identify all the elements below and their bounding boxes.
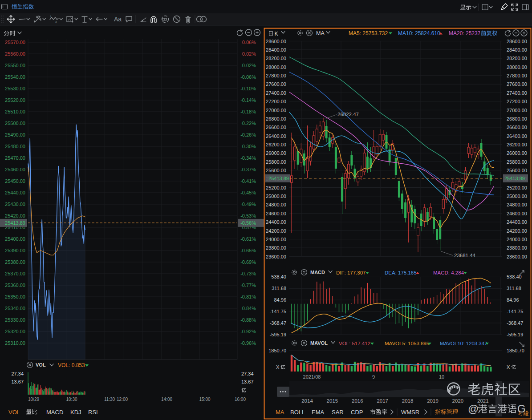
svg-text:24000.00: 24000.00 <box>266 237 286 242</box>
svg-text:25000.00: 25000.00 <box>266 194 286 199</box>
svg-text:26822.47: 26822.47 <box>337 112 359 117</box>
svg-text:-368.47: -368.47 <box>507 320 523 326</box>
svg-text:25490.00: 25490.00 <box>5 132 25 137</box>
svg-text:25000.00: 25000.00 <box>507 194 527 199</box>
svg-text:-0.49%: -0.49% <box>240 202 256 207</box>
svg-text:VOL: VOL <box>8 409 20 416</box>
svg-text:311.68: 311.68 <box>507 286 521 291</box>
svg-text:25390.00: 25390.00 <box>5 248 25 253</box>
svg-text:-0.96%: -0.96% <box>240 340 256 346</box>
svg-text:14:00: 14:00 <box>161 397 172 402</box>
svg-text:27.34: 27.34 <box>11 371 24 376</box>
svg-text:25800.00: 25800.00 <box>266 159 286 165</box>
svg-text:24400.00: 24400.00 <box>507 219 527 225</box>
svg-text:MAVOL5: 1053.895: MAVOL5: 1053.895 <box>385 341 429 346</box>
svg-text:-0.69%: -0.69% <box>240 259 256 265</box>
svg-text:-0.37%: -0.37% <box>240 167 256 172</box>
svg-text:26600.00: 26600.00 <box>507 125 527 130</box>
svg-text:25510.00: 25510.00 <box>5 109 25 114</box>
svg-text:-0.22%: -0.22% <box>240 121 256 126</box>
svg-text:25480.00: 25480.00 <box>5 144 25 149</box>
svg-text:23800.00: 23800.00 <box>266 245 286 250</box>
svg-text:-0.02%: -0.02% <box>240 63 256 68</box>
svg-text:28400.00: 28400.00 <box>266 47 286 52</box>
svg-text:25350.00: 25350.00 <box>5 294 25 299</box>
svg-text:27.34: 27.34 <box>241 371 254 376</box>
svg-text:25360.00: 25360.00 <box>5 283 25 288</box>
svg-text:-141.75: -141.75 <box>270 309 286 314</box>
svg-text:-0.53%: -0.53% <box>240 213 256 218</box>
svg-text:-595.19: -595.19 <box>270 332 286 337</box>
svg-text:2021: 2021 <box>477 398 489 404</box>
svg-text:538.40: 538.40 <box>507 274 522 279</box>
svg-text:-0.26%: -0.26% <box>240 132 256 137</box>
svg-text:2019: 2019 <box>427 398 439 404</box>
svg-text:-0.61%: -0.61% <box>240 236 256 242</box>
svg-text:26200.00: 26200.00 <box>507 142 527 147</box>
svg-text:28000.00: 28000.00 <box>507 65 527 70</box>
svg-text:-0.30%: -0.30% <box>240 144 256 149</box>
svg-text:-0.45%: -0.45% <box>240 190 256 195</box>
svg-text:28000.00: 28000.00 <box>266 65 286 70</box>
svg-text:25440.00: 25440.00 <box>5 190 25 195</box>
svg-text:25600.00: 25600.00 <box>507 168 527 173</box>
svg-text:26400.00: 26400.00 <box>507 133 527 139</box>
svg-text:X: X <box>276 364 280 370</box>
svg-text:-368.47: -368.47 <box>270 320 286 326</box>
svg-text:-0.10%: -0.10% <box>240 86 256 91</box>
svg-text:24200.00: 24200.00 <box>266 228 286 234</box>
svg-text:25400.00: 25400.00 <box>5 236 25 242</box>
svg-text:23800.00: 23800.00 <box>507 245 527 250</box>
svg-text:25520.00: 25520.00 <box>5 97 25 103</box>
svg-text:23600.00: 23600.00 <box>266 254 286 259</box>
svg-text:1850.70: 1850.70 <box>507 348 524 353</box>
svg-text:15:00: 15:00 <box>199 397 211 402</box>
svg-text:25420.00: 25420.00 <box>5 213 25 218</box>
svg-text:EMA: EMA <box>312 409 325 416</box>
svg-text:SAR: SAR <box>332 409 344 416</box>
svg-text:BOLL: BOLL <box>290 409 305 416</box>
svg-text:26000.00: 26000.00 <box>507 150 527 156</box>
svg-text:27600.00: 27600.00 <box>266 81 286 87</box>
svg-text:X: X <box>507 364 510 370</box>
svg-text:26600.00: 26600.00 <box>266 125 286 130</box>
svg-text:28400.00: 28400.00 <box>507 47 527 52</box>
svg-text:25560.00: 25560.00 <box>5 51 25 57</box>
svg-text:-0.77%: -0.77% <box>240 283 256 288</box>
svg-text:-0.56%: -0.56% <box>240 220 256 226</box>
svg-text:84.96: 84.96 <box>274 297 286 303</box>
svg-text:25310.00: 25310.00 <box>5 340 25 346</box>
svg-text:-0.41%: -0.41% <box>240 178 256 184</box>
svg-text:0.02%: 0.02% <box>242 51 256 57</box>
svg-text:24600.00: 24600.00 <box>507 211 527 216</box>
svg-text:28600.00: 28600.00 <box>266 39 286 44</box>
svg-text:1850.70: 1850.70 <box>268 348 286 353</box>
svg-text:25450.00: 25450.00 <box>5 178 25 184</box>
svg-text:2017: 2017 <box>377 398 388 404</box>
svg-text:@: @ <box>468 403 479 415</box>
svg-text:24000.00: 24000.00 <box>507 237 527 242</box>
svg-text:-0.73%: -0.73% <box>240 271 256 276</box>
svg-text:10: 10 <box>439 374 444 380</box>
svg-text:MA5: 25753.732: MA5: 25753.732 <box>349 30 388 36</box>
svg-text:2015: 2015 <box>327 398 338 404</box>
svg-text:-0.06%: -0.06% <box>240 74 256 80</box>
svg-text:K: K <box>275 31 279 37</box>
svg-text:G: G <box>517 403 526 415</box>
svg-text:-141.75: -141.75 <box>507 309 523 314</box>
svg-text:25540.00: 25540.00 <box>5 74 25 80</box>
svg-text:16:00: 16:00 <box>235 397 246 402</box>
svg-text:25330.00: 25330.00 <box>5 317 25 323</box>
svg-text:VOL: 517.412: VOL: 517.412 <box>339 341 370 346</box>
svg-text:MAVOL: MAVOL <box>310 340 328 346</box>
svg-text:25500.00: 25500.00 <box>5 121 25 126</box>
svg-text:WMSR: WMSR <box>401 409 419 416</box>
svg-text:24200.00: 24200.00 <box>507 228 527 234</box>
svg-text:2021/08: 2021/08 <box>303 374 321 380</box>
svg-text:26000.00: 26000.00 <box>266 150 286 156</box>
svg-text:DEA: 175.165: DEA: 175.165 <box>385 270 417 275</box>
svg-text:25460.00: 25460.00 <box>5 167 25 172</box>
svg-text:25413.89: 25413.89 <box>268 176 289 181</box>
svg-text:25530.00: 25530.00 <box>5 86 25 91</box>
svg-text:MA20: 25237.5: MA20: 25237.5 <box>449 30 485 36</box>
